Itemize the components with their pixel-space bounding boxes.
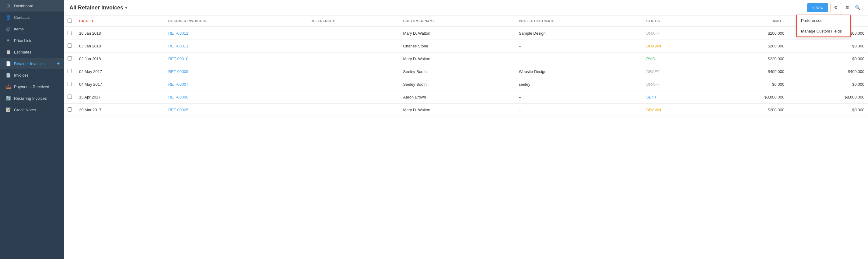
sidebar-label-recurring-invoices: Recurring Invoices: [14, 96, 47, 101]
sidebar-item-invoices[interactable]: 📄 Invoices: [0, 69, 64, 81]
row-checkbox-2: [64, 52, 75, 65]
page-title: All Retainer Invoices ▾: [69, 5, 127, 11]
row-project-4: seeley: [515, 78, 643, 91]
row-select-3[interactable]: [68, 69, 72, 73]
header-invoice-number: RETAINER INVOICE N...: [165, 15, 307, 27]
table-row: 02 Jan 2018 RET-00010 Mary D. Walton -- …: [64, 52, 868, 65]
sidebar-item-dashboard[interactable]: ⊞ Dashboard: [0, 0, 64, 11]
row-project-5: --: [515, 91, 643, 104]
row-status-5: SENT: [643, 91, 708, 104]
sidebar-label-price-lists: Price Lists: [14, 38, 32, 43]
row-customer-4: Seeley Booth: [400, 78, 515, 91]
row-select-2[interactable]: [68, 56, 72, 61]
table-row: 30 Mar 2017 RET-00005 Mary D. Walton -- …: [64, 104, 868, 116]
row-project-1: --: [515, 40, 643, 52]
status-badge-0: DRAFT: [646, 31, 659, 36]
row-project-2: --: [515, 52, 643, 65]
row-date-2: 02 Jan 2018: [75, 52, 165, 65]
sidebar-item-items[interactable]: 🛒 Items: [0, 23, 64, 35]
sidebar-item-payments-received[interactable]: 📥 Payments Received: [0, 81, 64, 92]
sidebar-item-retainer-invoices[interactable]: 📄 Retainer Invoices +: [0, 58, 64, 69]
row-select-4[interactable]: [68, 82, 72, 86]
sidebar-item-estimates[interactable]: 📋 Estimates: [0, 46, 64, 58]
invoice-link-6[interactable]: RET-00005: [168, 108, 188, 112]
menu-button[interactable]: ≡: [844, 3, 851, 12]
row-reference-4: [307, 78, 400, 91]
page-title-text: All Retainer Invoices: [69, 5, 123, 11]
row-checkbox-1: [64, 40, 75, 52]
row-amount-3: $400.000: [708, 65, 788, 78]
retainer-invoices-table: DATE ▼ RETAINER INVOICE N... REFERENCE# …: [64, 15, 868, 116]
row-reference-5: [307, 91, 400, 104]
invoice-link-3[interactable]: RET-00009: [168, 69, 188, 74]
row-select-0[interactable]: [68, 31, 72, 35]
dashboard-icon: ⊞: [5, 3, 11, 8]
title-dropdown-arrow[interactable]: ▾: [125, 5, 127, 10]
header-date[interactable]: DATE ▼: [75, 15, 165, 27]
row-customer-2: Mary D. Walton: [400, 52, 515, 65]
invoice-link-2[interactable]: RET-00010: [168, 57, 188, 61]
estimates-icon: 📋: [5, 49, 11, 54]
invoice-link-4[interactable]: RET-00007: [168, 82, 188, 87]
row-balance-2: $0.000: [788, 52, 868, 65]
invoice-link-1[interactable]: RET-00011: [168, 44, 188, 48]
row-select-1[interactable]: [68, 43, 72, 48]
row-customer-5: Aaron Brown: [400, 91, 515, 104]
row-select-6[interactable]: [68, 107, 72, 112]
sidebar-item-contacts[interactable]: 👤 Contacts: [0, 11, 64, 23]
row-amount-6: $200.000: [708, 104, 788, 116]
row-project-0: Sample Design: [515, 27, 643, 40]
row-checkbox-5: [64, 91, 75, 104]
add-retainer-btn[interactable]: +: [57, 61, 60, 66]
row-invoice-1: RET-00011: [165, 40, 307, 52]
sidebar-label-payments-received: Payments Received: [14, 84, 49, 89]
table-row: 10 Jan 2018 RET-00012 Mary D. Walton Sam…: [64, 27, 868, 40]
sidebar-item-price-lists[interactable]: ≡ Price Lists: [0, 35, 64, 46]
topbar: All Retainer Invoices ▾ + New ⚙ ≡ 🔍 Pref…: [64, 0, 868, 15]
row-customer-1: Charles Stone: [400, 40, 515, 52]
sidebar-label-retainer-invoices: Retainer Invoices: [14, 62, 44, 66]
gear-dropdown: PreferencesManage Custom Fields: [796, 14, 851, 37]
invoice-link-0[interactable]: RET-00012: [168, 31, 188, 36]
recurring-invoices-icon: 🔄: [5, 96, 11, 101]
sidebar-label-dashboard: Dashboard: [14, 4, 33, 8]
row-checkbox-3: [64, 65, 75, 78]
row-reference-0: [307, 27, 400, 40]
row-amount-5: $8,000.000: [708, 91, 788, 104]
status-badge-4: DRAFT: [646, 82, 659, 87]
row-reference-6: [307, 104, 400, 116]
header-reference: REFERENCE#: [307, 15, 400, 27]
table-header: DATE ▼ RETAINER INVOICE N... REFERENCE# …: [64, 15, 868, 27]
row-date-3: 04 May 2017: [75, 65, 165, 78]
invoices-icon: 📄: [5, 73, 11, 77]
dropdown-item-preferences[interactable]: Preferences: [797, 15, 850, 26]
row-reference-1: [307, 40, 400, 52]
row-balance-3: $400.000: [788, 65, 868, 78]
sidebar-item-recurring-invoices[interactable]: 🔄 Recurring Invoices: [0, 92, 64, 104]
row-reference-2: [307, 52, 400, 65]
table-row: 15 Apr 2017 RET-00006 Aaron Brown -- SEN…: [64, 91, 868, 104]
row-invoice-2: RET-00010: [165, 52, 307, 65]
row-amount-0: $100.000: [708, 27, 788, 40]
table-row: 04 May 2017 RET-00007 Seeley Booth seele…: [64, 78, 868, 91]
gear-icon: ⚙: [834, 5, 838, 10]
search-icon: 🔍: [855, 5, 861, 10]
select-all-checkbox[interactable]: [68, 18, 72, 23]
sidebar-label-contacts: Contacts: [14, 15, 30, 20]
row-project-3: Website Design: [515, 65, 643, 78]
row-select-5[interactable]: [68, 95, 72, 99]
status-badge-3: DRAFT: [646, 69, 659, 74]
row-balance-5: $8,000.000: [788, 91, 868, 104]
hamburger-icon: ≡: [845, 5, 849, 11]
gear-button[interactable]: ⚙: [831, 3, 841, 12]
table-body: 10 Jan 2018 RET-00012 Mary D. Walton Sam…: [64, 27, 868, 116]
retainer-invoices-icon: 📄: [5, 61, 11, 66]
invoice-link-5[interactable]: RET-00006: [168, 95, 188, 100]
sidebar-item-credit-notes[interactable]: 📝 Credit Notes: [0, 104, 64, 115]
row-invoice-0: RET-00012: [165, 27, 307, 40]
row-status-0: DRAFT: [643, 27, 708, 40]
dropdown-item-manage-custom-fields[interactable]: Manage Custom Fields: [797, 26, 850, 36]
row-amount-4: $0.000: [708, 78, 788, 91]
new-button[interactable]: + New: [807, 3, 828, 12]
search-button[interactable]: 🔍: [853, 4, 863, 11]
